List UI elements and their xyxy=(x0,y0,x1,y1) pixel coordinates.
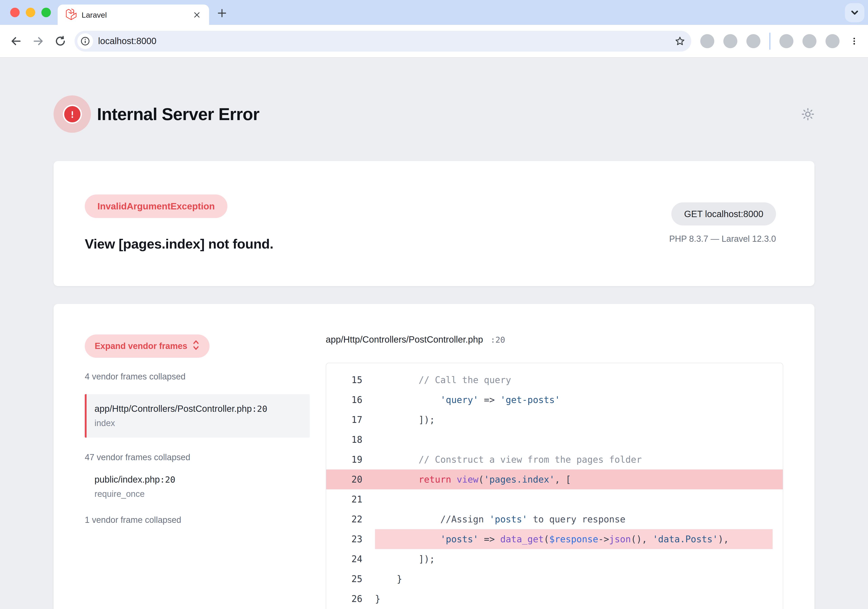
code-line: 18 xyxy=(326,430,783,450)
traffic-light-zoom-icon[interactable] xyxy=(41,8,51,17)
code-line: 24 ]); xyxy=(326,549,783,569)
back-button[interactable] xyxy=(8,33,24,49)
code-token xyxy=(375,474,418,485)
url-text[interactable]: localhost:8000 xyxy=(98,36,157,46)
line-number: 22 xyxy=(326,514,362,524)
code-lines: 15 // Call the query16 'query' => 'get-p… xyxy=(326,370,783,609)
site-info-icon[interactable] xyxy=(77,33,93,49)
line-number: 23 xyxy=(326,534,362,544)
tab-search-button[interactable] xyxy=(845,3,864,22)
toolbar-extensions xyxy=(700,33,860,50)
extension-icon[interactable] xyxy=(780,34,794,48)
browser-tab[interactable]: Laravel xyxy=(57,5,209,25)
code-token: 'data.Posts' xyxy=(653,534,718,544)
collapsed-frames-label[interactable]: 1 vendor frame collapsed xyxy=(85,515,310,525)
forward-button[interactable] xyxy=(30,33,46,49)
code-token: // Construct a view from the pages folde… xyxy=(375,454,642,465)
frame-method: require_once xyxy=(95,489,300,499)
code-text: //Assign 'posts' to query response xyxy=(375,509,783,529)
traffic-light-close-icon[interactable] xyxy=(10,8,20,17)
code-token xyxy=(375,395,440,405)
new-tab-button[interactable] xyxy=(215,6,229,20)
code-token: json xyxy=(609,534,631,544)
code-token: 'get-posts' xyxy=(500,395,560,405)
stack-frame-active[interactable]: app/Http/Controllers/PostController.php:… xyxy=(85,394,310,438)
code-token: -> xyxy=(598,534,609,544)
error-page: Internal Server Error InvalidArgumentExc… xyxy=(0,95,868,609)
code-token: } xyxy=(375,593,380,604)
line-number: 15 xyxy=(326,375,362,385)
expand-vendor-frames-label: Expand vendor frames xyxy=(95,341,188,351)
laravel-favicon-icon xyxy=(65,9,77,21)
code-column: app/Http/Controllers/PostController.php … xyxy=(326,334,783,609)
frame-line-number: :20 xyxy=(160,475,175,485)
code-text: return view('pages.index', [ xyxy=(375,469,783,489)
line-number: 24 xyxy=(326,554,362,564)
stack-frame[interactable]: public/index.php:20 require_once xyxy=(85,474,310,499)
reload-button[interactable] xyxy=(53,33,68,49)
code-token: ( xyxy=(544,534,549,544)
line-number: 20 xyxy=(326,474,362,485)
browser-menu-icon[interactable] xyxy=(849,33,860,49)
code-token: to query response xyxy=(527,514,625,524)
expand-vendor-frames-button[interactable]: Expand vendor frames xyxy=(85,334,209,358)
page-title: Internal Server Error xyxy=(97,104,259,124)
address-bar[interactable]: localhost:8000 xyxy=(74,31,691,51)
bookmark-star-icon[interactable] xyxy=(674,36,685,47)
code-snippet-panel: 15 // Call the query16 'query' => 'get-p… xyxy=(326,363,783,609)
code-text: ]); xyxy=(375,410,783,430)
code-line: 22 //Assign 'posts' to query response xyxy=(326,509,783,529)
browser-toolbar: localhost:8000 xyxy=(0,25,868,57)
extension-icon[interactable] xyxy=(803,34,817,48)
exception-message: View [pages.index] not found. xyxy=(85,236,273,252)
extension-icon[interactable] xyxy=(700,34,714,48)
code-token: (), xyxy=(631,534,653,544)
code-token: 'posts' xyxy=(489,514,528,524)
theme-toggle-sun-icon[interactable] xyxy=(801,108,814,121)
code-token: ( xyxy=(479,474,484,485)
toolbar-divider xyxy=(769,33,770,50)
code-text xyxy=(375,489,783,509)
code-token: //Assign xyxy=(375,514,489,524)
environment-versions: PHP 8.3.7 — Laravel 12.3.0 xyxy=(669,234,776,244)
code-text: ]); xyxy=(375,549,783,569)
code-token: return xyxy=(418,474,457,485)
code-text: // Construct a view from the pages folde… xyxy=(375,450,783,469)
code-token: view xyxy=(457,474,478,485)
traffic-light-minimize-icon[interactable] xyxy=(26,8,35,17)
code-text: 'query' => 'get-posts' xyxy=(375,390,783,410)
tab-title: Laravel xyxy=(82,11,107,19)
code-line: 15 // Call the query xyxy=(326,370,783,390)
code-token: , [ xyxy=(555,474,571,485)
code-token: $response xyxy=(549,534,598,544)
extension-icon[interactable] xyxy=(723,34,737,48)
error-alert-icon xyxy=(54,95,91,133)
profile-avatar[interactable] xyxy=(826,34,840,48)
line-number: 19 xyxy=(326,454,362,465)
code-line-ref-number: :20 xyxy=(490,335,505,345)
code-line: 20 return view('pages.index', [ xyxy=(326,469,783,489)
browser-tab-strip: Laravel xyxy=(0,0,868,25)
close-tab-icon[interactable] xyxy=(192,11,202,19)
code-token: 'pages.index' xyxy=(484,474,555,485)
line-number: 18 xyxy=(326,434,362,445)
line-number: 25 xyxy=(326,574,362,584)
code-text: } xyxy=(375,589,783,609)
code-file-path: app/Http/Controllers/PostController.php xyxy=(326,334,483,345)
collapsed-frames-label[interactable]: 47 vendor frames collapsed xyxy=(85,452,310,462)
code-line: 25 } xyxy=(326,569,783,589)
line-number: 17 xyxy=(326,415,362,425)
code-token: ]); xyxy=(375,554,435,564)
code-token xyxy=(375,534,440,544)
exception-summary-card: InvalidArgumentException View [pages.ind… xyxy=(54,161,814,286)
code-text: // Call the query xyxy=(375,370,783,390)
code-token: => xyxy=(479,395,500,405)
frame-method: index xyxy=(95,418,302,428)
extension-icon[interactable] xyxy=(746,34,760,48)
collapsed-frames-label[interactable]: 4 vendor frames collapsed xyxy=(85,372,310,382)
frame-file-path: public/index.php xyxy=(95,474,160,485)
code-text xyxy=(375,430,783,450)
frame-line-number: :20 xyxy=(252,404,267,414)
code-token: 'query' xyxy=(440,395,479,405)
code-line: 21 xyxy=(326,489,783,509)
